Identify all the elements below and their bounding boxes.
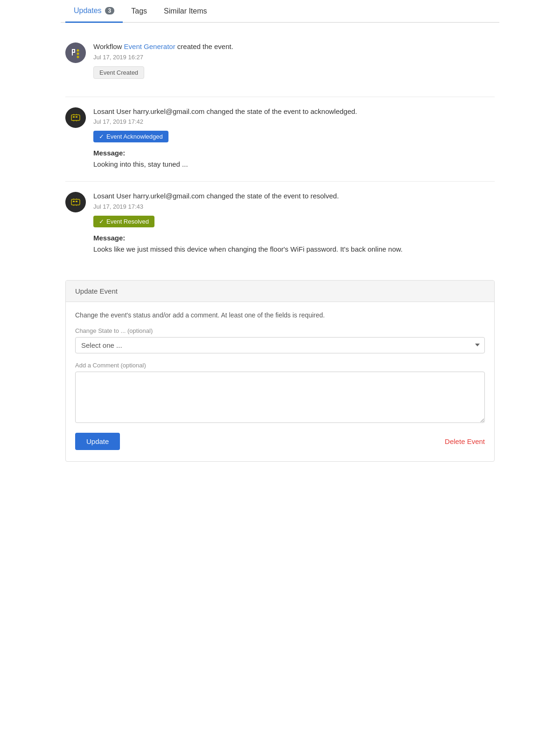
updates-list: Workflow Event Generator created the eve… — [61, 23, 499, 266]
comment-textarea[interactable] — [75, 372, 485, 423]
update-1-description: Workflow Event Generator created the eve… — [93, 42, 495, 52]
svg-rect-9 — [73, 116, 75, 118]
badge-event-resolved: ✓ Event Resolved — [93, 216, 154, 227]
avatar-user-1 — [65, 107, 86, 128]
update-1-timestamp: Jul 17, 2019 16:27 — [93, 54, 495, 61]
tab-updates[interactable]: Updates 3 — [65, 0, 123, 23]
tab-updates-badge: 3 — [105, 7, 115, 14]
delete-event-button[interactable]: Delete Event — [445, 437, 485, 445]
update-2-description: Losant User harry.urkel@gmail.com change… — [93, 106, 495, 117]
tabs-nav: Updates 3 Tags Similar Items — [61, 0, 499, 23]
update-2-message-text: Looking into this, stay tuned ... — [93, 159, 495, 170]
update-1-content: Workflow Event Generator created the eve… — [93, 42, 495, 85]
update-event-header: Update Event — [66, 281, 494, 302]
tab-similar-items-label: Similar Items — [164, 7, 207, 15]
update-3-message-text: Looks like we just missed this device wh… — [93, 244, 495, 255]
form-description: Change the event's status and/or add a c… — [75, 311, 485, 319]
update-3-timestamp: Jul 17, 2019 17:43 — [93, 203, 495, 210]
event-generator-link[interactable]: Event Generator — [124, 42, 175, 50]
update-event-card: Update Event Change the event's status a… — [65, 280, 495, 462]
update-event-body: Change the event's status and/or add a c… — [66, 302, 494, 461]
svg-rect-17 — [73, 201, 75, 202]
tab-tags-label: Tags — [131, 7, 147, 15]
avatar-user-2 — [65, 192, 86, 212]
update-3-message-label: Message: — [93, 234, 495, 242]
svg-point-6 — [77, 56, 79, 58]
svg-rect-10 — [76, 116, 77, 118]
update-2-timestamp: Jul 17, 2019 17:42 — [93, 118, 495, 125]
tab-tags[interactable]: Tags — [123, 0, 155, 22]
update-item-3: Losant User harry.urkel@gmail.com change… — [65, 182, 495, 266]
form-actions: Update Delete Event — [75, 433, 485, 450]
state-select[interactable]: Select one ... Acknowledged Resolved — [75, 337, 485, 353]
svg-point-4 — [77, 49, 79, 52]
update-item-1: Workflow Event Generator created the eve… — [65, 32, 495, 97]
comment-label: Add a Comment (optional) — [75, 362, 485, 369]
update-2-content: Losant User harry.urkel@gmail.com change… — [93, 106, 495, 170]
badge-event-acknowledged: ✓ Event Acknowledged — [93, 131, 168, 142]
svg-point-5 — [77, 53, 79, 55]
svg-point-7 — [69, 111, 83, 125]
svg-rect-3 — [74, 49, 75, 53]
update-3-description: Losant User harry.urkel@gmail.com change… — [93, 191, 495, 202]
update-3-content: Losant User harry.urkel@gmail.com change… — [93, 191, 495, 255]
update-2-message-label: Message: — [93, 149, 495, 157]
avatar-workflow — [65, 42, 86, 63]
update-button[interactable]: Update — [75, 433, 120, 450]
tab-similar-items[interactable]: Similar Items — [155, 0, 215, 22]
svg-point-15 — [69, 195, 83, 209]
update-item-2: Losant User harry.urkel@gmail.com change… — [65, 97, 495, 182]
badge-event-created: Event Created — [93, 66, 144, 79]
svg-rect-18 — [76, 201, 77, 202]
state-label: Change State to ... (optional) — [75, 327, 485, 334]
tab-updates-label: Updates — [74, 7, 102, 15]
